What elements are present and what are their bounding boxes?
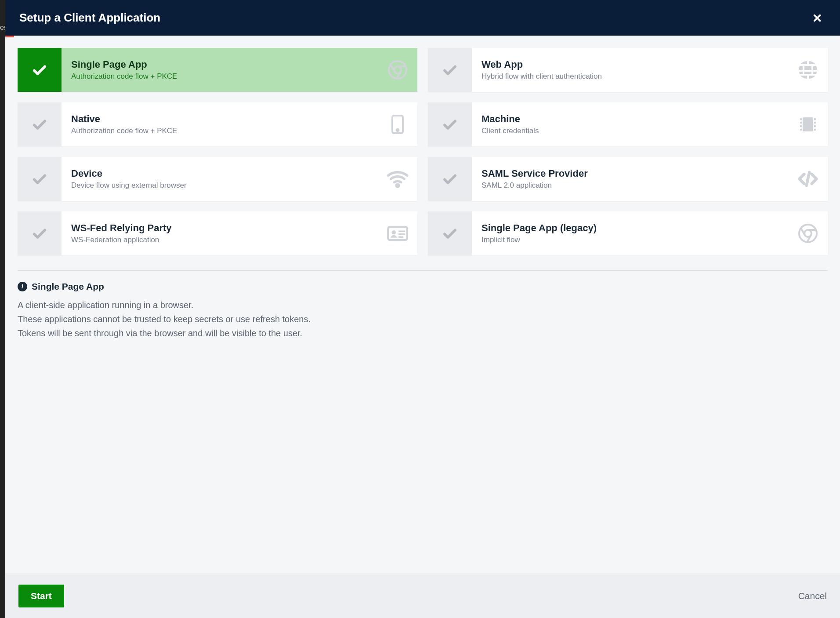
close-icon bbox=[812, 13, 822, 23]
wifi-icon bbox=[378, 157, 417, 201]
app-type-card[interactable]: Single Page AppAuthorization code flow +… bbox=[18, 48, 417, 92]
card-description: Hybrid flow with client authentication bbox=[482, 72, 778, 81]
card-check-indicator bbox=[428, 102, 472, 146]
card-body: SAML Service ProviderSAML 2.0 applicatio… bbox=[472, 157, 788, 201]
app-type-card[interactable]: WS-Fed Relying PartyWS-Federation applic… bbox=[18, 211, 417, 255]
code-icon bbox=[788, 157, 828, 201]
idcard-icon bbox=[378, 211, 417, 255]
card-body: WS-Fed Relying PartyWS-Federation applic… bbox=[62, 211, 378, 255]
card-title: Web App bbox=[482, 59, 778, 70]
card-title: SAML Service Provider bbox=[482, 168, 778, 179]
check-icon bbox=[442, 62, 458, 78]
card-body: DeviceDevice flow using external browser bbox=[62, 157, 378, 201]
svg-rect-11 bbox=[800, 122, 802, 124]
modal-title: Setup a Client Application bbox=[19, 11, 160, 25]
svg-line-19 bbox=[807, 172, 810, 185]
svg-rect-10 bbox=[800, 118, 802, 120]
svg-rect-16 bbox=[814, 125, 816, 127]
info-title: Single Page App bbox=[32, 281, 104, 292]
card-check-indicator bbox=[428, 211, 472, 255]
card-check-indicator bbox=[428, 48, 472, 92]
app-type-card[interactable]: DeviceDevice flow using external browser bbox=[18, 157, 417, 201]
svg-rect-14 bbox=[814, 118, 816, 120]
card-description: Device flow using external browser bbox=[71, 181, 368, 190]
start-button[interactable]: Start bbox=[18, 585, 64, 607]
card-body: Single Page App (legacy)Implicit flow bbox=[472, 211, 788, 255]
card-description: Authorization code flow + PKCE bbox=[71, 127, 368, 135]
svg-rect-12 bbox=[800, 125, 802, 127]
chip-icon bbox=[788, 102, 828, 146]
chrome-icon bbox=[378, 48, 417, 92]
chrome-icon bbox=[788, 211, 828, 255]
svg-rect-23 bbox=[398, 233, 405, 235]
svg-rect-22 bbox=[398, 231, 405, 232]
card-check-indicator bbox=[18, 102, 62, 146]
card-description: Client credentials bbox=[482, 127, 778, 135]
card-title: Machine bbox=[482, 113, 778, 125]
svg-point-8 bbox=[397, 129, 399, 131]
svg-point-21 bbox=[392, 230, 396, 235]
info-icon: i bbox=[18, 282, 27, 291]
app-type-card[interactable]: Web AppHybrid flow with client authentic… bbox=[428, 48, 828, 92]
svg-point-18 bbox=[396, 184, 399, 187]
card-check-indicator bbox=[18, 211, 62, 255]
card-check-indicator bbox=[428, 157, 472, 201]
card-body: NativeAuthorization code flow + PKCE bbox=[62, 102, 378, 146]
setup-client-modal: Setup a Client Application Single Page A… bbox=[5, 0, 840, 618]
app-type-grid: Single Page AppAuthorization code flow +… bbox=[18, 48, 828, 255]
info-block: i Single Page App A client-side applicat… bbox=[18, 281, 828, 340]
card-check-indicator bbox=[18, 48, 62, 92]
svg-rect-17 bbox=[814, 129, 816, 131]
app-type-card[interactable]: MachineClient credentials bbox=[428, 102, 828, 146]
card-body: MachineClient credentials bbox=[472, 102, 788, 146]
card-description: Authorization code flow + PKCE bbox=[71, 72, 368, 81]
card-description: Implicit flow bbox=[482, 236, 778, 244]
svg-rect-24 bbox=[398, 236, 403, 238]
card-body: Web AppHybrid flow with client authentic… bbox=[472, 48, 788, 92]
svg-rect-15 bbox=[814, 122, 816, 124]
card-title: Device bbox=[71, 168, 368, 179]
modal-body: Single Page AppAuthorization code flow +… bbox=[5, 36, 840, 574]
app-type-card[interactable]: Single Page App (legacy)Implicit flow bbox=[428, 211, 828, 255]
check-icon bbox=[442, 116, 458, 132]
card-title: Single Page App (legacy) bbox=[482, 222, 778, 234]
card-description: SAML 2.0 application bbox=[482, 181, 778, 190]
check-icon bbox=[32, 116, 47, 132]
info-text: A client-side application running in a b… bbox=[18, 298, 828, 340]
check-icon bbox=[32, 62, 47, 78]
card-description: WS-Federation application bbox=[71, 236, 368, 244]
check-icon bbox=[442, 171, 458, 187]
card-check-indicator bbox=[18, 157, 62, 201]
card-body: Single Page AppAuthorization code flow +… bbox=[62, 48, 378, 92]
card-title: Native bbox=[71, 113, 368, 125]
app-type-card[interactable]: SAML Service ProviderSAML 2.0 applicatio… bbox=[428, 157, 828, 201]
globe-icon bbox=[788, 48, 828, 92]
card-title: WS-Fed Relying Party bbox=[71, 222, 368, 234]
app-type-card[interactable]: NativeAuthorization code flow + PKCE bbox=[18, 102, 417, 146]
modal-footer: Start Cancel bbox=[5, 574, 840, 618]
check-icon bbox=[32, 171, 47, 187]
check-icon bbox=[442, 225, 458, 241]
divider bbox=[18, 270, 828, 271]
modal-header: Setup a Client Application bbox=[5, 0, 840, 36]
svg-rect-13 bbox=[800, 129, 802, 131]
mobile-icon bbox=[378, 102, 417, 146]
check-icon bbox=[32, 225, 47, 241]
close-button[interactable] bbox=[808, 9, 826, 27]
card-title: Single Page App bbox=[71, 59, 368, 70]
cancel-button[interactable]: Cancel bbox=[798, 591, 827, 601]
svg-rect-9 bbox=[803, 117, 813, 131]
